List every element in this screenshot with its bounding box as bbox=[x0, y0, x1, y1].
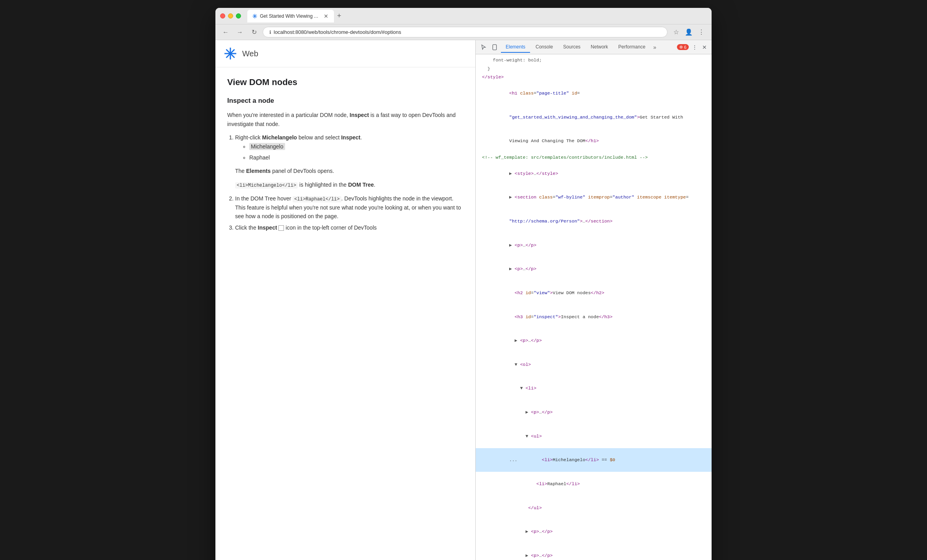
dom-tree-bold: DOM Tree bbox=[348, 182, 374, 188]
main-area: Web View DOM nodes Inspect a node When y… bbox=[215, 40, 712, 560]
error-count: 6 bbox=[684, 45, 686, 50]
devtools-inspect-button[interactable] bbox=[479, 43, 488, 52]
browser-window: Get Started With Viewing And ✕ + ← → ↻ ℹ… bbox=[215, 8, 712, 560]
step1-note: The Elements panel of DevTools opens. bbox=[235, 167, 464, 175]
dom-line: </style> bbox=[476, 73, 712, 82]
tab-close-button[interactable]: ✕ bbox=[323, 13, 329, 19]
dom-line[interactable]: ▼ <ol> bbox=[476, 352, 712, 376]
error-badge: ⊗ 6 bbox=[677, 44, 689, 50]
toolbar-right: ☆ 👤 ⋮ bbox=[671, 27, 707, 38]
step-3: Click the Inspect icon in the top-left c… bbox=[235, 223, 464, 232]
inspect-bold: Inspect bbox=[350, 112, 369, 118]
intro-paragraph: When you're interested in a particular D… bbox=[227, 111, 464, 128]
active-tab[interactable]: Get Started With Viewing And ✕ bbox=[247, 10, 334, 22]
tab-performance[interactable]: Performance bbox=[614, 42, 650, 53]
url-text: localhost:8080/web/tools/chrome-devtools… bbox=[274, 29, 661, 35]
step-2: In the DOM Tree hover <li>Raphael</li>. … bbox=[235, 194, 464, 221]
page-subheading: Inspect a node bbox=[227, 95, 464, 106]
dom-line[interactable]: ▶ <style>…</style> bbox=[476, 161, 712, 185]
web-content: View DOM nodes Inspect a node When you'r… bbox=[215, 67, 475, 245]
inspect-bold-3: Inspect bbox=[258, 224, 277, 231]
traffic-lights bbox=[220, 13, 241, 19]
dom-line: font-weight: bold; bbox=[476, 56, 712, 65]
michelangelo-highlight: Michelangelo bbox=[249, 143, 285, 150]
dom-line: <!-- wf_template: src/templates/contribu… bbox=[476, 153, 712, 162]
devtools-settings-button[interactable]: ⋮ bbox=[690, 43, 699, 52]
bullet-list: Michelangelo Raphael bbox=[235, 142, 464, 162]
dom-line[interactable]: ▶ <p>…</p> bbox=[476, 543, 712, 560]
devtools-close-button[interactable]: ✕ bbox=[701, 43, 708, 52]
elements-bold: Elements bbox=[246, 168, 271, 174]
devtools-pane: Elements Console Sources Network Perform… bbox=[475, 40, 712, 560]
devtools-right-controls: ⊗ 6 ⋮ ✕ bbox=[677, 43, 708, 52]
tab-network[interactable]: Network bbox=[586, 42, 613, 53]
tab-title: Get Started With Viewing And bbox=[260, 13, 321, 19]
dom-line: <h3 id="inspect">Inspect a node</h3> bbox=[476, 305, 712, 329]
dom-line: "http://schema.org/Person">…</section> bbox=[476, 209, 712, 233]
dom-line: <h2 id="view">View DOM nodes</h2> bbox=[476, 281, 712, 305]
dom-line: } bbox=[476, 65, 712, 73]
dom-line: "get_started_with_viewing_and_changing_t… bbox=[476, 105, 712, 129]
intro-text: When you're interested in a particular D… bbox=[227, 112, 348, 118]
dom-line: <h1 class="page-title" id= bbox=[476, 82, 712, 106]
dom-line[interactable]: ▼ <ul> bbox=[476, 424, 712, 448]
li-raphael-code: <li>Raphael</li> bbox=[293, 196, 341, 202]
devtools-toolbar: Elements Console Sources Network Perform… bbox=[476, 40, 712, 54]
lock-icon: ℹ bbox=[269, 30, 271, 35]
address-bar: ← → ↻ ℹ localhost:8080/web/tools/chrome-… bbox=[215, 24, 712, 40]
steps-list: Right-click Michelangelo below and selec… bbox=[227, 133, 464, 232]
step-1: Right-click Michelangelo below and selec… bbox=[235, 133, 464, 189]
web-pane: Web View DOM nodes Inspect a node When y… bbox=[215, 40, 475, 560]
tab-elements[interactable]: Elements bbox=[501, 42, 530, 53]
devtools-more-tabs[interactable]: » bbox=[651, 44, 659, 50]
error-icon: ⊗ bbox=[679, 45, 683, 50]
bullet-raphael: Raphael bbox=[249, 153, 464, 162]
new-tab-button[interactable]: + bbox=[336, 12, 343, 20]
profile-button[interactable]: 👤 bbox=[683, 27, 694, 38]
page-heading: View DOM nodes bbox=[227, 75, 464, 89]
maximize-traffic-light[interactable] bbox=[236, 13, 241, 19]
forward-button[interactable]: → bbox=[234, 27, 245, 38]
close-traffic-light[interactable] bbox=[220, 13, 225, 19]
dom-line[interactable]: ▶ <p>…</p> bbox=[476, 329, 712, 353]
dom-line[interactable]: ▶ <p>…</p> bbox=[476, 401, 712, 425]
svg-rect-8 bbox=[493, 45, 496, 50]
dom-line[interactable]: ▶ <p>…</p> bbox=[476, 520, 712, 544]
michelangelo-bold: Michelangelo bbox=[262, 134, 297, 141]
li-michelangelo-code: <li>Michelangelo</li> bbox=[235, 182, 298, 189]
dom-line[interactable]: ▶ <p>…</p> bbox=[476, 257, 712, 281]
back-button[interactable]: ← bbox=[220, 27, 231, 38]
bookmark-button[interactable]: ☆ bbox=[671, 27, 682, 38]
site-title: Web bbox=[242, 49, 258, 58]
inspect-icon-inline bbox=[278, 225, 284, 231]
devtools-tabs: Elements Console Sources Network Perform… bbox=[501, 42, 675, 53]
bullet-michelangelo: Michelangelo bbox=[249, 142, 464, 151]
dom-highlighted-line[interactable]: ... <li>Michelangelo</li> == $0 bbox=[476, 448, 712, 472]
tab-console[interactable]: Console bbox=[531, 42, 558, 53]
tab-sources[interactable]: Sources bbox=[558, 42, 585, 53]
tab-area: Get Started With Viewing And ✕ + bbox=[247, 10, 707, 22]
dom-line: Viewing And Changing The DOM</h1> bbox=[476, 129, 712, 153]
minimize-traffic-light[interactable] bbox=[228, 13, 233, 19]
dom-line[interactable]: ▼ <li> bbox=[476, 376, 712, 401]
inspect-bold-2: Inspect bbox=[341, 134, 360, 141]
web-logo-icon bbox=[223, 46, 237, 61]
tab-favicon-icon bbox=[252, 13, 258, 19]
url-bar[interactable]: ℹ localhost:8080/web/tools/chrome-devtoo… bbox=[263, 27, 667, 37]
web-header: Web bbox=[215, 40, 475, 67]
dom-line[interactable]: ▶ <section class="wf-byline" itemprop="a… bbox=[476, 185, 712, 210]
step1-code-note: <li>Michelangelo</li> is highlighted in … bbox=[235, 180, 464, 189]
dom-line: <li>Raphael</li> bbox=[476, 472, 712, 496]
dom-line: </ul> bbox=[476, 496, 712, 520]
title-bar: Get Started With Viewing And ✕ + bbox=[215, 8, 712, 24]
menu-button[interactable]: ⋮ bbox=[696, 27, 707, 38]
reload-button[interactable]: ↻ bbox=[248, 27, 260, 38]
dom-line[interactable]: ▶ <p>…</p> bbox=[476, 233, 712, 257]
devtools-device-button[interactable] bbox=[490, 43, 499, 52]
dom-tree: font-weight: bold; } </style> <h1 class=… bbox=[476, 54, 712, 560]
